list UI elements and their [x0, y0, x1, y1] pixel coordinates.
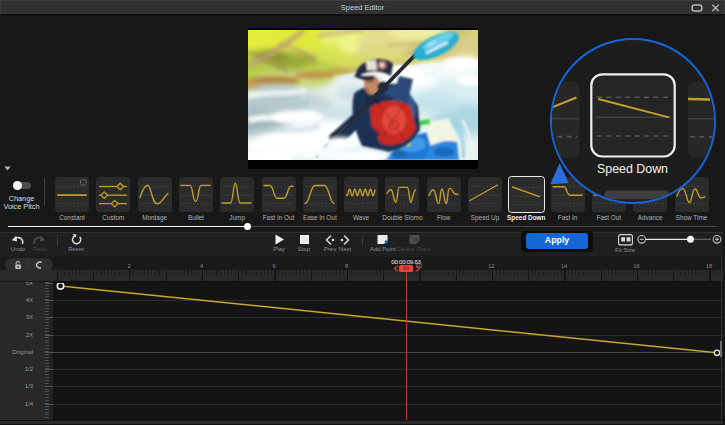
- svg-text:Speed Down: Speed Down: [597, 162, 668, 176]
